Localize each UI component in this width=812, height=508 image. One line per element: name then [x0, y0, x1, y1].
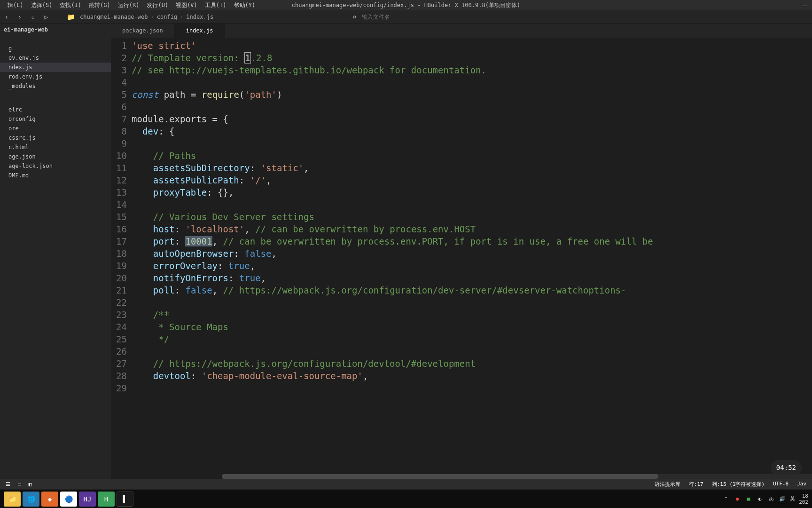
tree-item[interactable]: ore — [0, 124, 111, 133]
code-content[interactable]: 'use strict'// Template version: 1.2.8//… — [132, 40, 812, 474]
back-icon[interactable]: ‹ — [3, 13, 10, 21]
network-icon[interactable]: 🖧 — [767, 495, 775, 503]
tray-icon[interactable]: ■ — [745, 495, 752, 503]
editor-tabs: package.json index.js — [111, 24, 812, 38]
code-editor[interactable]: 1234567891011121314151617181920212223242… — [111, 38, 812, 474]
minimize-icon[interactable]: — — [804, 1, 807, 9]
breadcrumb-item[interactable]: chuangmei-manage-web — [80, 14, 148, 20]
chevron-up-icon[interactable]: ^ — [722, 495, 730, 503]
status-syntax[interactable]: 语法提示库 — [655, 481, 680, 488]
tree-item[interactable]: age.json — [0, 152, 111, 161]
tree-item[interactable]: elrc — [0, 105, 111, 114]
tree-item[interactable]: _modules — [0, 81, 111, 91]
video-time-overlay: 04:52 — [771, 460, 802, 475]
outline-icon[interactable]: ☰ — [6, 481, 10, 487]
terminal-icon[interactable]: ▭ — [18, 481, 21, 487]
scrollbar-thumb[interactable] — [222, 474, 658, 479]
tree-item[interactable]: c.html — [0, 143, 111, 152]
chevron-right-icon: › — [151, 14, 154, 20]
toolbar: ‹ › ☆ ▷ 📁 chuangmei-manage-web › config … — [0, 10, 812, 24]
menu-find[interactable]: 查找(I) — [56, 1, 85, 9]
app-icon[interactable]: ◆ — [41, 492, 58, 507]
browser-icon[interactable]: 🌐 — [23, 492, 39, 507]
play-icon[interactable]: ▷ — [42, 13, 50, 21]
status-col[interactable]: 列:15 (1字符被选择) — [712, 481, 765, 488]
terminal-icon[interactable]: ▌ — [117, 492, 133, 507]
file-explorer-icon[interactable]: 📁 — [4, 492, 21, 507]
search-input[interactable] — [362, 14, 456, 20]
breadcrumb-item[interactable]: config — [157, 14, 177, 20]
menu-tools[interactable]: 工具(T) — [201, 1, 230, 9]
console-icon[interactable]: ◧ — [29, 481, 32, 487]
chevron-right-icon: › — [180, 14, 183, 20]
menu-help[interactable]: 帮助(Y) — [230, 1, 259, 9]
tree-item[interactable]: cssrc.js — [0, 133, 111, 143]
sound-icon[interactable]: 🔊 — [779, 495, 786, 503]
menu-select[interactable]: 选择(S) — [27, 1, 56, 9]
tree-root[interactable]: ei-manage-web — [0, 24, 111, 34]
search-icon[interactable]: ⌕ — [351, 13, 358, 21]
tab-package-json[interactable]: package.json — [111, 24, 175, 38]
tree-item[interactable]: orconfig — [0, 114, 111, 124]
tab-index-js[interactable]: index.js — [175, 24, 225, 38]
star-icon[interactable]: ☆ — [29, 13, 37, 21]
menubar: 辑(E) 选择(S) 查找(I) 跳转(G) 运行(R) 发行(U) 视图(V)… — [0, 0, 812, 10]
horizontal-scrollbar[interactable] — [222, 474, 812, 479]
line-numbers: 1234567891011121314151617181920212223242… — [111, 40, 132, 474]
menu-goto[interactable]: 跳转(G) — [85, 1, 114, 9]
status-lang[interactable]: Jav — [797, 481, 806, 488]
breadcrumb-item[interactable]: index.js — [186, 14, 213, 20]
system-tray[interactable]: ^ ● ■ ◐ 🖧 🔊 英 18 202 — [722, 493, 808, 505]
taskbar-date[interactable]: 202 — [799, 499, 808, 505]
status-encoding[interactable]: UTF-8 — [773, 481, 789, 488]
ime-indicator[interactable]: 英 — [790, 495, 795, 502]
tree-item[interactable]: DME.md — [0, 171, 111, 180]
tree-item[interactable]: age-lock.json — [0, 161, 111, 171]
tree-item-active[interactable]: ndex.js — [0, 63, 111, 72]
menu-view[interactable]: 视图(V) — [172, 1, 201, 9]
statusbar: ☰ ▭ ◧ 语法提示库 行:17 列:15 (1字符被选择) UTF-8 Jav — [0, 479, 812, 489]
taskbar-time[interactable]: 18 — [799, 493, 808, 499]
status-line[interactable]: 行:17 — [689, 481, 703, 488]
menu-deploy[interactable]: 发行(U) — [143, 1, 172, 9]
folder-icon[interactable]: 📁 — [67, 13, 74, 21]
file-explorer[interactable]: ei-manage-web g ev.env.js ndex.js rod.en… — [0, 24, 111, 479]
tree-item[interactable]: ev.env.js — [0, 53, 111, 63]
menu-edit[interactable]: 辑(E) — [4, 1, 27, 9]
taskbar: 📁 🌐 ◆ 🔵 HJ H ▌ ^ ● ■ ◐ 🖧 🔊 英 18 202 — [0, 489, 812, 508]
tree-item[interactable]: g — [0, 44, 111, 53]
forward-icon[interactable]: › — [16, 13, 23, 21]
tree-item[interactable]: rod.env.js — [0, 72, 111, 81]
breadcrumb: chuangmei-manage-web › config › index.js — [80, 14, 213, 20]
chrome-icon[interactable]: 🔵 — [60, 492, 77, 507]
window-title: chuangmei-manage-web/config/index.js - H… — [292, 1, 520, 9]
menu-run[interactable]: 运行(R) — [114, 1, 143, 9]
hbuilder-icon[interactable]: H — [98, 492, 115, 507]
tray-icon[interactable]: ● — [734, 495, 741, 503]
hbuilder-dark-icon[interactable]: HJ — [79, 492, 96, 507]
tray-icon[interactable]: ◐ — [756, 495, 764, 503]
